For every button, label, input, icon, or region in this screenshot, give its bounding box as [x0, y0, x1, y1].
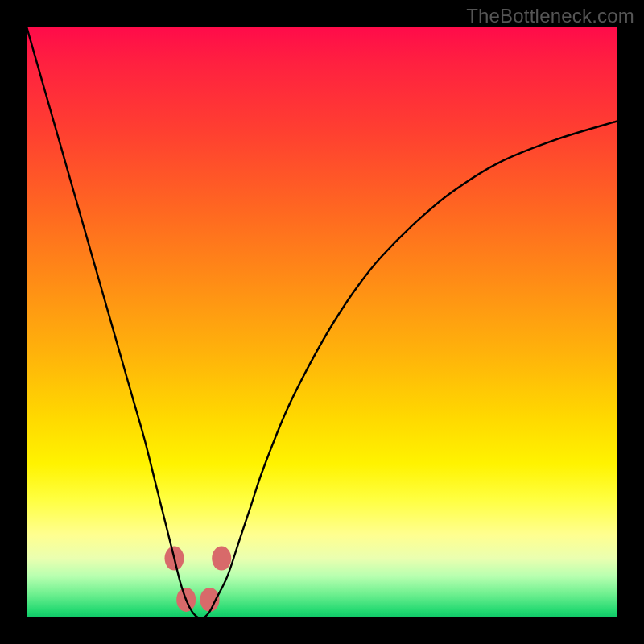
bottleneck-curve-path: [27, 27, 617, 618]
chart-svg: [27, 27, 617, 617]
watermark-text: TheBottleneck.com: [466, 5, 634, 27]
plot-area: [27, 27, 617, 617]
chart-frame: TheBottleneck.com: [0, 0, 644, 644]
right-upper-dot: [212, 547, 231, 571]
